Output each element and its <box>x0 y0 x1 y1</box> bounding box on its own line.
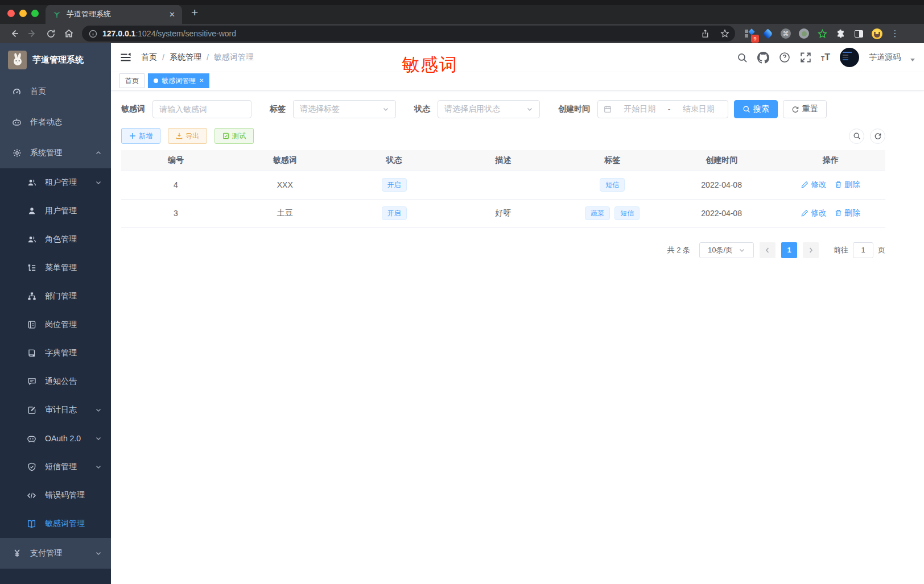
font-size-icon[interactable]: TT <box>821 53 830 62</box>
help-icon[interactable] <box>779 52 790 63</box>
search-button[interactable]: 搜索 <box>734 100 778 118</box>
goto-page-input[interactable] <box>853 242 873 258</box>
payment-yen-icon <box>12 549 22 558</box>
tag-badge: 短信 <box>614 206 640 220</box>
reload-icon[interactable] <box>42 26 59 42</box>
sidebar-item-租户管理[interactable]: 租户管理 <box>0 168 111 197</box>
sidebar-item-错误码管理[interactable]: 错误码管理 <box>0 481 111 510</box>
browser-tab[interactable]: 芋道管理系统 ✕ <box>46 5 182 24</box>
tab-close-icon[interactable]: ✕ <box>169 10 175 19</box>
edit-link[interactable]: 修改 <box>801 208 827 218</box>
column-header-状态: 状态 <box>340 150 449 171</box>
column-header-创建时间: 创建时间 <box>667 150 776 171</box>
sidebar-collapse-icon[interactable] <box>120 52 131 63</box>
command-extension-icon[interactable]: ⌘ <box>778 26 793 41</box>
bookmark-star-icon[interactable] <box>717 26 732 41</box>
next-page-icon[interactable] <box>803 242 819 258</box>
date-range-picker[interactable]: 开始日期 - 结束日期 <box>597 100 728 118</box>
date-start-placeholder: 开始日期 <box>616 104 663 114</box>
sidebar-item-OAuth 2.0[interactable]: OAuth 2.0 <box>0 424 111 453</box>
tag-view-首页[interactable]: 首页 <box>119 73 145 88</box>
add-button[interactable]: 新增 <box>121 128 160 144</box>
cell-id: 4 <box>121 171 230 199</box>
search-icon[interactable] <box>737 52 748 63</box>
chevron-down-icon[interactable] <box>910 59 915 61</box>
sidebar-item-label: 字典管理 <box>45 348 77 358</box>
sidebar-item-字典管理[interactable]: 字典管理 <box>0 339 111 367</box>
chevron-down-icon <box>95 463 102 470</box>
home-icon[interactable] <box>60 26 77 42</box>
sidebar-item-岗位管理[interactable]: 岗位管理 <box>0 310 111 339</box>
delete-link[interactable]: 删除 <box>835 180 860 190</box>
breadcrumb-item[interactable]: 系统管理 <box>170 52 201 63</box>
pagination: 共 2 条 10条/页 1 前往 页 <box>121 242 885 258</box>
test-button[interactable]: 测试 <box>214 128 254 144</box>
cell-word: 土豆 <box>230 199 340 227</box>
fullscreen-icon[interactable] <box>800 52 811 63</box>
puzzle-extensions-icon[interactable] <box>833 26 848 41</box>
status-select[interactable]: 请选择启用状态 <box>438 100 540 118</box>
browser-menu-icon[interactable]: ⋮ <box>888 26 902 41</box>
edit-link[interactable]: 修改 <box>801 180 827 190</box>
breadcrumb-item[interactable]: 首页 <box>141 52 157 63</box>
current-page-button[interactable]: 1 <box>781 242 797 258</box>
sidebar-item-用户管理[interactable]: 用户管理 <box>0 197 111 225</box>
toggle-search-icon[interactable] <box>849 129 864 144</box>
sidebar-item-支付管理[interactable]: 支付管理 <box>0 538 111 569</box>
url-omnibox[interactable]: 127.0.0.1:1024/system/sensitive-word <box>82 26 735 42</box>
keyword-input[interactable] <box>159 105 245 114</box>
green-star-extension-icon[interactable] <box>815 26 830 41</box>
export-button[interactable]: 导出 <box>168 128 207 144</box>
date-separator: - <box>668 105 671 114</box>
forward-icon[interactable] <box>24 26 41 42</box>
tag-close-icon[interactable]: ✕ <box>199 78 204 84</box>
sidebar-item-角色管理[interactable]: 角色管理 <box>0 225 111 254</box>
tag-select[interactable]: 请选择标签 <box>293 100 396 118</box>
reset-button[interactable]: 重置 <box>783 100 827 118</box>
profile-avatar-emoji[interactable] <box>869 26 884 41</box>
sms-shield-icon <box>27 462 36 472</box>
sidebar-item-菜单管理[interactable]: 菜单管理 <box>0 254 111 282</box>
prev-page-icon[interactable] <box>760 242 776 258</box>
sidebar-item-短信管理[interactable]: 短信管理 <box>0 453 111 481</box>
cell-actions: 修改删除 <box>776 171 885 199</box>
back-icon[interactable] <box>6 26 23 42</box>
macos-traffic-lights <box>7 10 39 17</box>
close-window-button[interactable] <box>7 10 15 17</box>
gear-icon <box>12 148 22 158</box>
tag-badge: 短信 <box>600 178 625 192</box>
extension-grid-icon[interactable]: 9 <box>742 26 757 41</box>
site-info-icon[interactable] <box>89 30 97 38</box>
sidebar-item-作者动态[interactable]: 作者动态 <box>0 107 111 138</box>
sidebar-item-通知公告[interactable]: 通知公告 <box>0 367 111 396</box>
refresh-table-icon[interactable] <box>870 129 885 144</box>
share-icon[interactable] <box>698 26 712 41</box>
chevron-down-icon <box>95 407 102 413</box>
kite-extension-icon[interactable] <box>760 26 775 41</box>
app-logo[interactable]: 芋道管理系统 <box>0 43 111 76</box>
new-tab-button[interactable]: + <box>191 6 198 19</box>
pagination-total: 共 2 条 <box>667 245 690 255</box>
minimize-window-button[interactable] <box>19 10 27 17</box>
sidebar-item-部门管理[interactable]: 部门管理 <box>0 282 111 310</box>
page-size-select[interactable]: 10条/页 <box>699 242 754 258</box>
sidebar-item-敏感词管理[interactable]: 敏感词管理 <box>0 510 111 538</box>
sidebar-item-首页[interactable]: 首页 <box>0 76 111 107</box>
sidebar-item-label: 部门管理 <box>45 291 77 301</box>
side-panel-icon[interactable] <box>851 26 866 41</box>
page-content: 敏感词 标签 请选择标签 状态 <box>111 90 924 584</box>
user-avatar[interactable] <box>840 48 859 67</box>
sidebar-item-审计日志[interactable]: 审计日志 <box>0 396 111 424</box>
delete-link[interactable]: 删除 <box>835 208 860 218</box>
column-header-操作: 操作 <box>776 150 885 171</box>
column-header-描述: 描述 <box>449 150 558 171</box>
extension-badge: 9 <box>751 35 759 43</box>
chevron-up-icon <box>95 150 102 156</box>
github-icon[interactable] <box>757 52 769 64</box>
sidebar-item-系统管理[interactable]: 系统管理 <box>0 138 111 168</box>
cell-tags: 短信 <box>558 171 667 199</box>
record-extension-icon[interactable] <box>797 26 811 41</box>
top-navbar: 首页/系统管理/敏感词管理 TT 芋道源 <box>111 43 924 72</box>
tag-view-敏感词管理[interactable]: 敏感词管理✕ <box>148 73 209 88</box>
maximize-window-button[interactable] <box>31 10 39 17</box>
